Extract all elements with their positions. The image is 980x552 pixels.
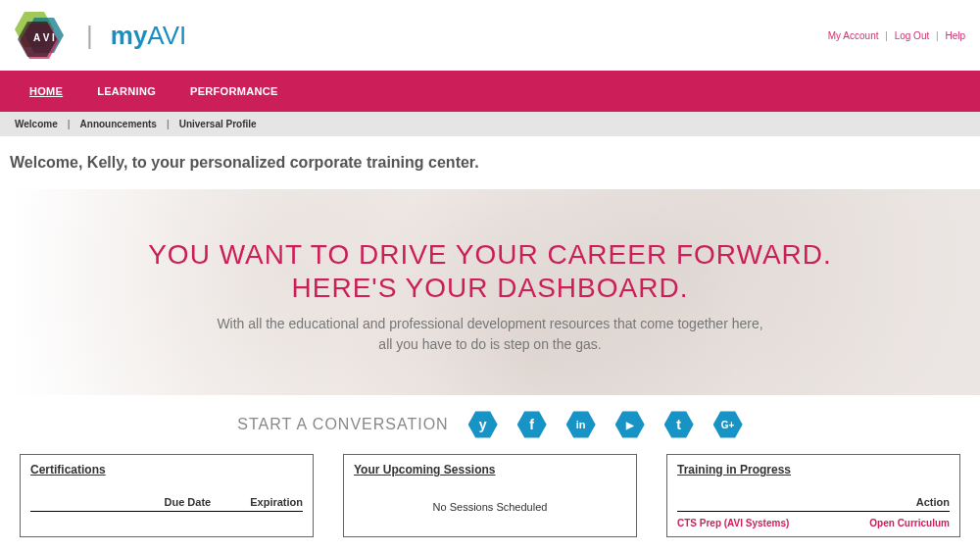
divider: | [936, 30, 939, 41]
my-account-link[interactable]: My Account [828, 30, 879, 41]
header-top: A V I | myAVI My Account | Log Out | Hel… [0, 0, 980, 71]
divider: | [885, 30, 888, 41]
top-links: My Account | Log Out | Help [828, 30, 965, 41]
help-link[interactable]: Help [945, 30, 965, 41]
nav-performance[interactable]: PERFORMANCE [190, 85, 277, 97]
logo-separator: | [86, 21, 93, 51]
subnav-profile[interactable]: Universal Profile [179, 119, 257, 129]
hero-sub2: all you have to do is step on the gas. [0, 334, 980, 355]
divider: | [68, 119, 71, 129]
nav-home[interactable]: HOME [29, 85, 63, 97]
cert-headers: Due Date Expiration [30, 496, 303, 512]
panel-title: Your Upcoming Sessions [354, 463, 626, 477]
nav-learning[interactable]: LEARNING [97, 85, 156, 97]
hero-subtitle: With all the educational and professiona… [0, 314, 980, 355]
hero-banner: YOU WANT TO DRIVE YOUR CAREER FORWARD. H… [0, 189, 980, 395]
logo[interactable]: A V I | myAVI [10, 10, 186, 61]
panel-title: Training in Progress [677, 463, 950, 477]
hero-title: YOU WANT TO DRIVE YOUR CAREER FORWARD. H… [0, 238, 980, 304]
sessions-empty: No Sessions Scheduled [354, 501, 626, 513]
training-action-link[interactable]: Open Curriculum [869, 518, 950, 528]
logo-text: myAVI [111, 21, 187, 51]
subnav-welcome[interactable]: Welcome [15, 119, 58, 129]
convo-label: START A CONVERSATION [237, 416, 448, 433]
yammer-icon[interactable]: y [468, 410, 498, 439]
training-progress-panel: Training in Progress Action CTS Prep (AV… [666, 454, 960, 537]
svg-text:A V I: A V I [33, 32, 55, 43]
welcome-message: Welcome, Kelly, to your personalized cor… [0, 136, 980, 189]
facebook-icon[interactable]: f [517, 410, 547, 439]
panel-title: Certifications [30, 463, 303, 477]
linkedin-icon[interactable]: in [566, 410, 596, 439]
hero-line2: HERE'S YOUR DASHBOARD. [0, 272, 980, 305]
logout-link[interactable]: Log Out [895, 30, 930, 41]
twitter-icon[interactable]: t [664, 410, 694, 439]
youtube-icon[interactable]: ▶ [615, 410, 645, 439]
col-action: Action [916, 496, 950, 508]
training-headers: Action [677, 496, 950, 512]
col-due-date: Due Date [165, 496, 212, 508]
certifications-panel: Certifications Due Date Expiration [20, 454, 314, 537]
dashboard-panels: Certifications Due Date Expiration Your … [0, 454, 980, 552]
hero-sub1: With all the educational and professiona… [0, 314, 980, 334]
nav-sub: Welcome | Announcements | Universal Prof… [0, 112, 980, 136]
start-conversation-row: START A CONVERSATION y f in ▶ t G+ [0, 395, 980, 454]
hero-line1: YOU WANT TO DRIVE YOUR CAREER FORWARD. [0, 238, 980, 272]
col-expiration: Expiration [250, 496, 303, 508]
avi-hex-logo: A V I [10, 10, 69, 61]
nav-main: HOME LEARNING PERFORMANCE [0, 71, 980, 112]
training-name-link[interactable]: CTS Prep (AVI Systems) [677, 518, 789, 528]
upcoming-sessions-panel: Your Upcoming Sessions No Sessions Sched… [343, 454, 637, 537]
divider: | [167, 119, 170, 129]
training-row: CTS Prep (AVI Systems) Open Curriculum [677, 518, 950, 528]
googleplus-icon[interactable]: G+ [713, 410, 743, 439]
subnav-announcements[interactable]: Announcements [80, 119, 157, 129]
